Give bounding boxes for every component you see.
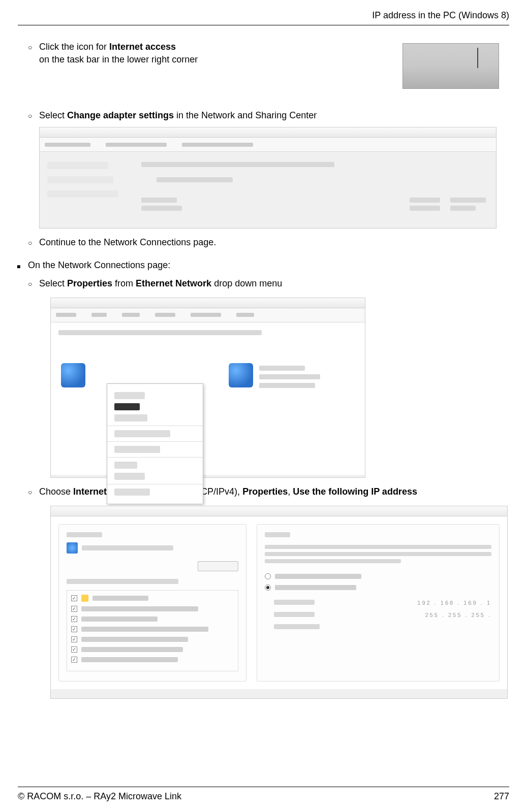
page-content: Click the icon for Internet access on th…	[18, 41, 509, 699]
step-text: Continue to the Network Connections page…	[39, 236, 499, 249]
bullet-square-icon	[17, 259, 28, 271]
bullet-icon	[28, 41, 39, 52]
page-header: IP address in the PC (Windows 8)	[18, 10, 509, 25]
bullet-icon	[28, 277, 39, 289]
network-connections-screenshot	[50, 298, 365, 478]
network-sharing-screenshot	[39, 127, 497, 229]
header-title: IP address in the PC (Windows 8)	[372, 10, 509, 20]
bullet-icon	[28, 109, 39, 121]
page-footer: © RACOM s.r.o. – RAy2 Microwave Link 277	[18, 787, 509, 802]
step-text: Select Change adapter settings in the Ne…	[39, 109, 499, 122]
bullet-icon	[28, 236, 39, 248]
footer-copyright: © RACOM s.r.o. – RAy2 Microwave Link	[18, 791, 181, 802]
footer-page-number: 277	[494, 791, 509, 802]
context-menu	[107, 383, 203, 504]
step-text: On the Network Connections page:	[28, 259, 499, 272]
step-text: Click the icon for Internet access on th…	[39, 41, 402, 66]
properties-dialog-screenshot: ✓ ✓ ✓ ✓ ✓ ✓ ✓	[50, 506, 508, 699]
step-text: Select Properties from Ethernet Network …	[39, 277, 499, 290]
taskbar-screenshot	[402, 43, 499, 89]
bullet-icon	[28, 485, 39, 497]
